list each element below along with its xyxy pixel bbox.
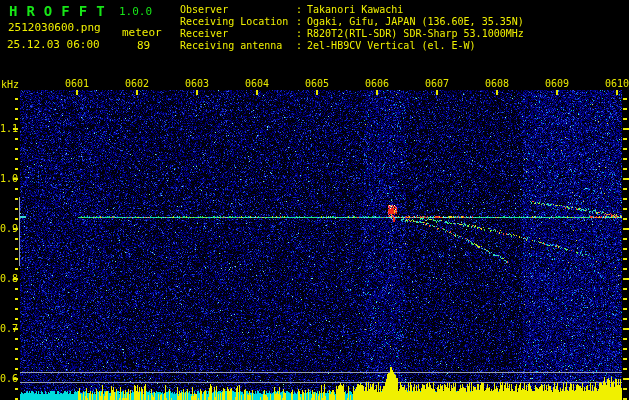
datetime-label: 25.12.03 06:00 <box>7 38 100 51</box>
capture-filename: 2512030600.png <box>8 21 101 34</box>
app-title: HROFFT <box>9 3 114 19</box>
echo-count: 89 <box>137 39 150 52</box>
time-label: 0606 <box>365 78 389 89</box>
time-label: 0608 <box>485 78 509 89</box>
station-info: Observer:Takanori Kawachi Receiving Loca… <box>180 4 524 52</box>
time-label: 0607 <box>425 78 449 89</box>
freq-label: 0.6 <box>0 373 13 384</box>
info-row-location: Receiving Location:Ogaki, Gifu, JAPAN (1… <box>180 16 524 28</box>
time-label: 0609 <box>545 78 569 89</box>
time-label: 0602 <box>125 78 149 89</box>
info-row-antenna: Receiving antenna:2el-HB9CV Vertical (el… <box>180 40 524 52</box>
time-label: 0610 <box>605 78 629 89</box>
time-label: 0601 <box>65 78 89 89</box>
freq-label: 1.1 <box>0 123 13 134</box>
time-label: 0605 <box>305 78 329 89</box>
time-label: 0604 <box>245 78 269 89</box>
freq-label: 1.0 <box>0 173 13 184</box>
freq-unit-label: kHz <box>1 79 19 90</box>
freq-label: 0.7 <box>0 323 13 334</box>
freq-label: 0.9 <box>0 223 13 234</box>
info-row-receiver: Receiver:R820T2(RTL-SDR) SDR-Sharp 53.10… <box>180 28 524 40</box>
app-version: 1.0.0 <box>119 5 152 18</box>
info-row-observer: Observer:Takanori Kawachi <box>180 4 524 16</box>
spectrogram-canvas <box>0 0 629 400</box>
hrofft-window: HROFFT 1.0.0 2512030600.png meteor 25.12… <box>0 0 629 400</box>
time-label: 0603 <box>185 78 209 89</box>
mode-label: meteor <box>122 26 162 39</box>
freq-label: 0.8 <box>0 273 13 284</box>
